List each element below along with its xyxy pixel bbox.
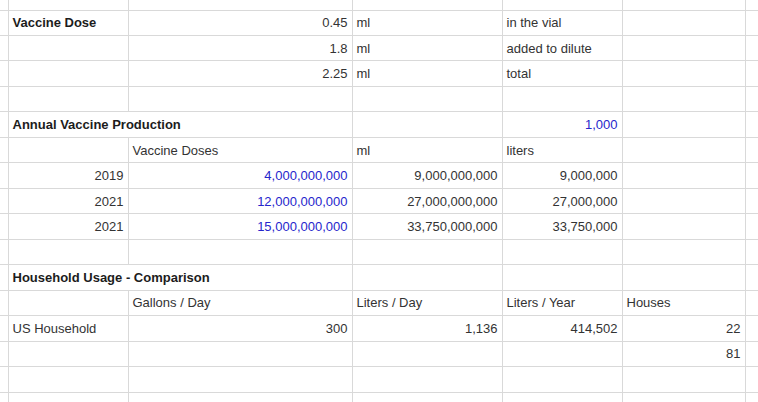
empty-cell[interactable]: [745, 10, 758, 35]
empty-cell[interactable]: [128, 0, 352, 10]
empty-cell[interactable]: [502, 86, 622, 111]
cell-year-0[interactable]: 2019: [8, 163, 128, 188]
empty-cell[interactable]: [622, 265, 745, 290]
cell-dose-value-0[interactable]: 0.45: [128, 10, 352, 35]
empty-cell[interactable]: [0, 239, 8, 264]
empty-cell[interactable]: [622, 367, 745, 392]
empty-cell[interactable]: [0, 265, 8, 290]
cell-dose-note-1[interactable]: added to dilute: [502, 35, 622, 60]
empty-cell[interactable]: [0, 137, 8, 162]
empty-cell[interactable]: [502, 265, 622, 290]
empty-cell[interactable]: [502, 367, 622, 392]
empty-cell[interactable]: [128, 392, 352, 402]
empty-cell[interactable]: [502, 239, 622, 264]
empty-cell[interactable]: [502, 392, 622, 402]
empty-cell[interactable]: [745, 137, 758, 162]
cell-liters-2[interactable]: 33,750,000: [502, 214, 622, 239]
cell-liters-year[interactable]: 414,502: [502, 316, 622, 341]
empty-cell[interactable]: [622, 392, 745, 402]
empty-cell[interactable]: [745, 86, 758, 111]
empty-cell[interactable]: [622, 188, 745, 213]
cell-dose-value-1[interactable]: 1.8: [128, 35, 352, 60]
cell-year-2[interactable]: 2021: [8, 214, 128, 239]
empty-cell[interactable]: [745, 239, 758, 264]
empty-cell[interactable]: [128, 239, 352, 264]
cell-dose-unit-0[interactable]: ml: [352, 10, 502, 35]
empty-cell[interactable]: [0, 10, 8, 35]
empty-cell[interactable]: [352, 265, 502, 290]
empty-cell[interactable]: [745, 35, 758, 60]
cell-header-gallons-day[interactable]: Gallons / Day: [128, 290, 352, 315]
empty-cell[interactable]: [622, 35, 745, 60]
cell-ml-2[interactable]: 33,750,000,000: [352, 214, 502, 239]
empty-cell[interactable]: [745, 112, 758, 137]
empty-cell[interactable]: [352, 0, 502, 10]
empty-cell[interactable]: [745, 316, 758, 341]
empty-cell[interactable]: [622, 239, 745, 264]
empty-cell[interactable]: [745, 0, 758, 10]
cell-liters-day[interactable]: 1,136: [352, 316, 502, 341]
empty-cell[interactable]: [0, 61, 8, 86]
empty-cell[interactable]: [745, 214, 758, 239]
empty-cell[interactable]: [8, 137, 128, 162]
cell-gallons-day[interactable]: 300: [128, 316, 352, 341]
empty-cell[interactable]: [352, 367, 502, 392]
cell-ml-1[interactable]: 27,000,000,000: [352, 188, 502, 213]
empty-cell[interactable]: [8, 239, 128, 264]
empty-cell[interactable]: [622, 163, 745, 188]
empty-cell[interactable]: [622, 112, 745, 137]
empty-cell[interactable]: [622, 137, 745, 162]
cell-header-houses[interactable]: Houses: [622, 290, 745, 315]
empty-cell[interactable]: [128, 86, 352, 111]
empty-cell[interactable]: [0, 341, 8, 366]
empty-cell[interactable]: [0, 316, 8, 341]
empty-cell[interactable]: [0, 35, 8, 60]
empty-cell[interactable]: [0, 214, 8, 239]
cell-annual-production-title[interactable]: Annual Vaccine Production: [8, 112, 352, 137]
empty-cell[interactable]: [0, 290, 8, 315]
empty-cell[interactable]: [745, 367, 758, 392]
empty-cell[interactable]: [8, 35, 128, 60]
empty-cell[interactable]: [8, 61, 128, 86]
empty-cell[interactable]: [352, 341, 502, 366]
cell-dose-value-2[interactable]: 2.25: [128, 61, 352, 86]
cell-doses-0[interactable]: 4,000,000,000: [128, 163, 352, 188]
empty-cell[interactable]: [8, 392, 128, 402]
empty-cell[interactable]: [0, 86, 8, 111]
empty-cell[interactable]: [128, 341, 352, 366]
empty-cell[interactable]: [8, 0, 128, 10]
empty-cell[interactable]: [352, 392, 502, 402]
cell-header-ml[interactable]: ml: [352, 137, 502, 162]
empty-cell[interactable]: [128, 367, 352, 392]
empty-cell[interactable]: [0, 112, 8, 137]
empty-cell[interactable]: [622, 10, 745, 35]
empty-cell[interactable]: [622, 86, 745, 111]
empty-cell[interactable]: [8, 86, 128, 111]
empty-cell[interactable]: [745, 392, 758, 402]
empty-cell[interactable]: [622, 61, 745, 86]
empty-cell[interactable]: [0, 367, 8, 392]
cell-liters-0[interactable]: 9,000,000: [502, 163, 622, 188]
cell-production-factor[interactable]: 1,000: [502, 112, 622, 137]
cell-liters-1[interactable]: 27,000,000: [502, 188, 622, 213]
empty-cell[interactable]: [745, 61, 758, 86]
empty-cell[interactable]: [8, 341, 128, 366]
empty-cell[interactable]: [352, 86, 502, 111]
empty-cell[interactable]: [502, 0, 622, 10]
empty-cell[interactable]: [745, 188, 758, 213]
cell-ml-0[interactable]: 9,000,000,000: [352, 163, 502, 188]
empty-cell[interactable]: [745, 163, 758, 188]
cell-header-liters[interactable]: liters: [502, 137, 622, 162]
empty-cell[interactable]: [0, 188, 8, 213]
cell-doses-2[interactable]: 15,000,000,000: [128, 214, 352, 239]
empty-cell[interactable]: [352, 239, 502, 264]
cell-year-1[interactable]: 2021: [8, 188, 128, 213]
cell-us-household-label[interactable]: US Household: [8, 316, 128, 341]
cell-header-liters-day[interactable]: Liters / Day: [352, 290, 502, 315]
empty-cell[interactable]: [0, 0, 8, 10]
cell-dose-unit-1[interactable]: ml: [352, 35, 502, 60]
empty-cell[interactable]: [502, 341, 622, 366]
empty-cell[interactable]: [745, 341, 758, 366]
empty-cell[interactable]: [8, 367, 128, 392]
empty-cell[interactable]: [745, 265, 758, 290]
